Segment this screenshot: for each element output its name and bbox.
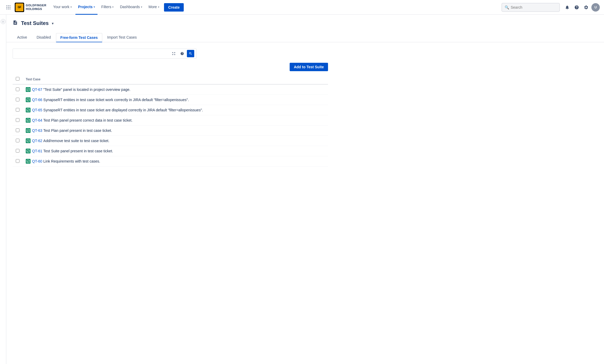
grid-menu-icon[interactable] [4,3,13,12]
svg-point-8 [10,8,11,9]
query-bar-icons [170,50,194,57]
main-content: Test Suites ▾ Active Disabled Free-form … [6,15,604,364]
svg-point-4 [8,7,9,8]
row-content: QT-63 Test Plan panel present in test ca… [26,128,325,133]
row-checkbox[interactable] [16,128,19,132]
row-checkbox[interactable] [16,139,19,142]
test-case-description: Test Plan panel present in test case tic… [43,128,112,133]
test-case-icon [26,138,30,143]
chevron-down-icon: ▾ [94,6,95,8]
sidebar-toggle[interactable]: › [0,15,6,364]
table-row: QT-60 Link Requirements with test cases. [13,156,328,167]
avatar[interactable]: U [591,3,600,12]
row-checkbox[interactable] [16,98,19,101]
test-case-icon [26,149,30,153]
tab-disabled[interactable]: Disabled [32,33,55,42]
test-case-description: Test Plan panel present correct data in … [43,118,132,122]
row-content: QT-60 Link Requirements with test cases. [26,159,325,164]
tabs-container: Active Disabled Free-form Test Cases Imp… [6,29,604,42]
search-box[interactable]: 🔍 [501,3,560,12]
row-checkbox[interactable] [16,149,19,153]
query-bar [13,49,197,59]
nav-icon-group: U [563,3,600,12]
test-case-id-link[interactable]: QT-61 [32,149,42,153]
test-case-column-header: Test Case [23,74,328,84]
test-case-description: Test Suite panel present in test case ti… [43,149,113,153]
table-row: QT-66 SynapseRT entities in test case ti… [13,95,328,105]
content-area: Add to Test Suite Test Case [6,42,604,173]
notifications-button[interactable] [563,3,571,12]
test-case-id-link[interactable]: QT-62 [32,139,42,143]
row-checkbox[interactable] [16,108,19,112]
page-title-dropdown-icon[interactable]: ▾ [52,21,54,25]
table-row: QT-61 Test Suite panel present in test c… [13,146,328,156]
svg-point-1 [8,5,9,6]
test-cases-table: Test Case QT-67 "Test Suite" panel is lo… [13,74,328,167]
nav-projects[interactable]: Projects ▾ [75,0,98,15]
test-case-description: "Test Suite" panel is located in project… [43,87,130,92]
chevron-down-icon: ▾ [112,6,114,8]
tabs: Active Disabled Free-form Test Cases Imp… [13,33,598,42]
svg-point-3 [7,7,7,8]
table-row: QT-64 Test Plan panel present correct da… [13,115,328,126]
svg-point-0 [7,5,7,6]
test-case-icon [26,159,30,164]
row-content: QT-67 "Test Suite" panel is located in p… [26,87,325,92]
logo[interactable]: GF GOLDFINGER HOLDINGS [15,3,46,12]
row-content: QT-65 SynapseRT entities in test case ti… [26,108,325,112]
test-case-icon [26,128,30,133]
search-input[interactable] [511,5,557,9]
row-checkbox[interactable] [16,118,19,122]
collapse-icon: › [1,19,6,24]
test-case-description: SynapseRT entities in test case ticket a… [43,108,203,112]
test-case-id-link[interactable]: QT-63 [32,128,42,133]
tab-active[interactable]: Active [13,33,32,42]
search-query-button[interactable] [187,50,194,57]
add-to-test-suite-button[interactable]: Add to Test Suite [290,63,328,71]
row-content: QT-61 Test Suite panel present in test c… [26,149,325,153]
test-case-description: SynapseRT entities in test case ticket w… [43,98,189,102]
create-button[interactable]: Create [164,3,184,12]
test-case-description: Add/remove test suite to test case ticke… [43,139,109,143]
top-navigation: GF GOLDFINGER HOLDINGS Your work ▾ Proje… [0,0,604,15]
nav-more[interactable]: More ▾ [146,0,162,15]
test-case-icon [26,87,30,92]
tab-free-form[interactable]: Free-form Test Cases [56,33,102,42]
row-content: QT-64 Test Plan panel present correct da… [26,118,325,123]
svg-point-7 [8,8,9,9]
tab-import[interactable]: Import Test Cases [103,33,141,42]
svg-point-5 [10,7,11,8]
row-checkbox[interactable] [16,159,19,163]
chevron-down-icon: ▾ [141,6,142,8]
nav-dashboards[interactable]: Dashboards ▾ [117,0,145,15]
help-query-icon[interactable] [178,50,186,57]
test-case-id-link[interactable]: QT-65 [32,108,42,112]
table-row: QT-67 "Test Suite" panel is located in p… [13,84,328,95]
test-case-id-link[interactable]: QT-66 [32,98,42,102]
test-case-description: Link Requirements with test cases. [43,159,100,163]
help-button[interactable] [572,3,581,12]
test-case-id-link[interactable]: QT-64 [32,118,42,122]
settings-button[interactable] [582,3,590,12]
select-all-checkbox[interactable] [16,77,19,81]
svg-point-2 [10,5,11,6]
chevron-down-icon: ▾ [70,6,72,8]
test-case-id-link[interactable]: QT-67 [32,87,42,92]
nav-your-work[interactable]: Your work ▾ [50,0,74,15]
test-case-id-link[interactable]: QT-60 [32,159,42,163]
test-case-icon [26,118,30,123]
page-header-icon [13,20,18,27]
row-content: QT-66 SynapseRT entities in test case ti… [26,97,325,102]
svg-point-6 [7,8,7,9]
chevron-down-icon: ▾ [158,6,159,8]
row-checkbox[interactable] [16,87,19,91]
query-input[interactable] [15,50,170,57]
page-header: Test Suites ▾ [6,15,604,27]
test-case-icon [26,97,30,102]
test-case-icon [26,108,30,112]
table-row: QT-65 SynapseRT entities in test case ti… [13,105,328,115]
row-content: QT-62 Add/remove test suite to test case… [26,138,325,143]
table-row: QT-62 Add/remove test suite to test case… [13,136,328,146]
expand-icon[interactable] [170,50,177,57]
nav-filters[interactable]: Filters ▾ [99,0,116,15]
